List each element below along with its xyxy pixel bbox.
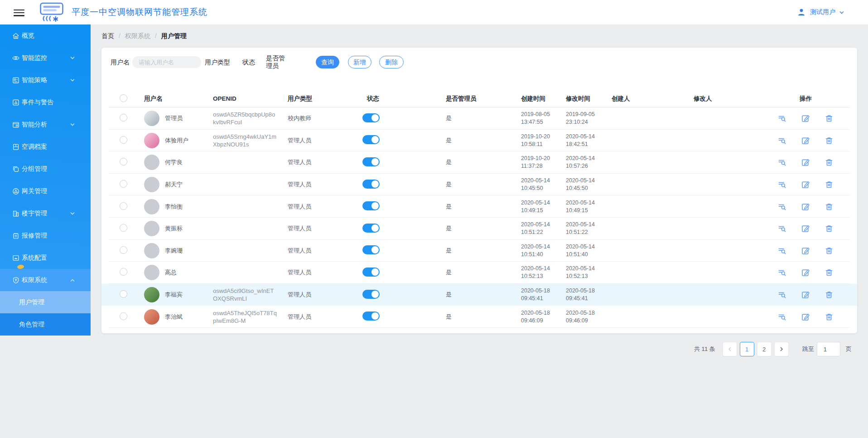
table-row[interactable]: 管理员oswdA5ZR5bqcbpUp8okvlbvRFcuI校内教师是2019… — [101, 107, 857, 130]
openid: oswdA5Srng4wkUaY1mXbpzNOU91s — [205, 133, 280, 148]
edit-icon[interactable] — [801, 246, 810, 255]
row-radio[interactable] — [120, 290, 127, 298]
status-toggle[interactable] — [362, 180, 380, 189]
table-row[interactable]: 黄振标管理人员是2020-05-1410:51:222020-05-1410:5… — [101, 218, 857, 240]
created-time: 2019-08-0513:47:55 — [513, 111, 558, 126]
status-toggle[interactable] — [362, 113, 380, 122]
sidebar-subitem[interactable]: 角色管理 — [0, 313, 91, 336]
table-row[interactable]: 郝天宁管理人员是2020-05-1410:45:502020-05-1410:4… — [101, 174, 857, 196]
edit-icon[interactable] — [801, 136, 810, 145]
delete-button[interactable]: 删除 — [379, 56, 404, 68]
add-button[interactable]: 新增 — [348, 56, 371, 68]
row-radio[interactable] — [120, 180, 127, 188]
edit-icon[interactable] — [801, 180, 810, 189]
row-radio[interactable] — [120, 202, 127, 210]
delete-icon[interactable] — [825, 224, 834, 233]
status-toggle[interactable] — [362, 290, 380, 299]
table-row[interactable]: 高总管理人员是2020-05-1410:52:132020-05-1410:52… — [101, 262, 857, 284]
edit-icon[interactable] — [801, 312, 810, 321]
delete-icon[interactable] — [825, 312, 834, 321]
created-time: 2020-05-1410:51:40 — [513, 243, 558, 258]
table-row[interactable]: 体验用户oswdA5Srng4wkUaY1mXbpzNOU91s管理人员是201… — [101, 130, 857, 152]
row-radio[interactable] — [120, 268, 127, 276]
row-radio[interactable] — [120, 246, 127, 254]
search-button[interactable]: 查询 — [316, 56, 339, 68]
username-input[interactable] — [132, 56, 201, 68]
row-actions — [762, 290, 857, 299]
sidebar-item-analysis[interactable]: 智能分析 — [0, 113, 91, 136]
edit-icon[interactable] — [801, 290, 810, 299]
view-detail-icon[interactable] — [777, 114, 786, 123]
delete-icon[interactable] — [825, 180, 834, 189]
status-toggle[interactable] — [362, 268, 380, 277]
row-radio[interactable] — [120, 114, 127, 122]
delete-icon[interactable] — [825, 158, 834, 167]
sidebar-item-label: 智能监控 — [22, 54, 47, 62]
sidebar-item-gateway[interactable]: 网关管理 — [0, 180, 91, 202]
is-admin: 是 — [438, 158, 513, 166]
page-button-1[interactable]: 1 — [740, 342, 754, 356]
sidebar-item-label: 智能策略 — [22, 76, 47, 84]
sidebar-item-group[interactable]: 分组管理 — [0, 158, 91, 180]
next-page-button[interactable] — [774, 342, 789, 356]
sidebar-item-building[interactable]: 楼宇管理 — [0, 202, 91, 224]
menu-toggle-icon[interactable] — [14, 8, 24, 17]
view-detail-icon[interactable] — [777, 158, 786, 167]
view-detail-icon[interactable] — [777, 290, 786, 299]
status-toggle[interactable] — [362, 135, 380, 144]
edit-icon[interactable] — [801, 158, 810, 167]
view-detail-icon[interactable] — [777, 312, 786, 321]
delete-icon[interactable] — [825, 268, 834, 277]
row-radio[interactable] — [120, 224, 127, 232]
delete-icon[interactable] — [825, 202, 834, 211]
view-detail-icon[interactable] — [777, 246, 786, 255]
row-radio[interactable] — [120, 136, 127, 144]
table-row[interactable]: 李治斌oswdA5TheJQI5oT78TqpIwEm8G-M管理人员是2020… — [101, 306, 857, 328]
chevron-left-icon — [727, 346, 733, 352]
sidebar-item-permission[interactable]: 权限系统 — [0, 269, 91, 291]
view-detail-icon[interactable] — [777, 268, 786, 277]
table-row[interactable]: 何学良管理人员是2019-10-2011:37:282020-05-1410:5… — [101, 151, 857, 174]
sidebar-item-event-alert[interactable]: 事件与警告 — [0, 91, 91, 113]
edit-icon[interactable] — [801, 202, 810, 211]
breadcrumb-section[interactable]: 权限系统 — [125, 31, 150, 41]
status-toggle[interactable] — [362, 157, 380, 166]
delete-icon[interactable] — [825, 136, 834, 145]
status-toggle[interactable] — [362, 311, 380, 321]
edit-icon[interactable] — [801, 224, 810, 233]
status-toggle[interactable] — [362, 224, 380, 233]
edit-icon[interactable] — [801, 268, 810, 277]
row-radio[interactable] — [120, 158, 127, 165]
delete-icon[interactable] — [825, 290, 834, 299]
status-toggle[interactable] — [362, 245, 380, 254]
sidebar-item-eye[interactable]: 智能监控 — [0, 47, 91, 69]
table-row[interactable]: 李福宾oswdA5ci9Gtso_wInETOXQSRvmLI管理人员是2020… — [101, 284, 857, 306]
page-button-2[interactable]: 2 — [757, 342, 772, 356]
username: 李福宾 — [165, 291, 183, 299]
select-all-radio[interactable] — [120, 94, 127, 102]
table-row[interactable]: 李婉珊管理人员是2020-05-1410:51:402020-05-1410:5… — [101, 240, 857, 262]
modified-time: 2020-05-1410:49:15 — [558, 199, 603, 214]
sidebar-item-strategy[interactable]: 智能策略 — [0, 69, 91, 91]
view-detail-icon[interactable] — [777, 180, 786, 189]
sidebar-item-repair[interactable]: 报修管理 — [0, 224, 91, 247]
sidebar-subitem[interactable]: 用户管理 — [0, 291, 91, 313]
table-row[interactable]: 李怡衡管理人员是2020-05-1410:49:152020-05-1410:4… — [101, 195, 857, 218]
table-body: 管理员oswdA5ZR5bqcbpUp8okvlbvRFcuI校内教师是2019… — [101, 107, 857, 328]
view-detail-icon[interactable] — [777, 202, 786, 211]
view-detail-icon[interactable] — [777, 136, 786, 145]
breadcrumb-home[interactable]: 首页 — [101, 31, 114, 41]
sidebar-item-system-config[interactable]: 系统配置 — [0, 247, 91, 269]
user-menu[interactable]: 测试用户 — [796, 0, 844, 24]
view-detail-icon[interactable] — [777, 224, 786, 233]
edit-icon[interactable] — [801, 114, 810, 123]
sidebar-item-ac-archive[interactable]: 空调档案 — [0, 136, 91, 158]
row-radio[interactable] — [120, 312, 127, 320]
delete-icon[interactable] — [825, 114, 834, 123]
jump-page-input[interactable] — [817, 342, 840, 356]
sidebar-item-home[interactable]: 概览 — [0, 24, 91, 47]
username: 李怡衡 — [165, 203, 183, 211]
status-toggle[interactable] — [362, 201, 380, 210]
prev-page-button[interactable] — [723, 342, 737, 356]
delete-icon[interactable] — [825, 246, 834, 255]
